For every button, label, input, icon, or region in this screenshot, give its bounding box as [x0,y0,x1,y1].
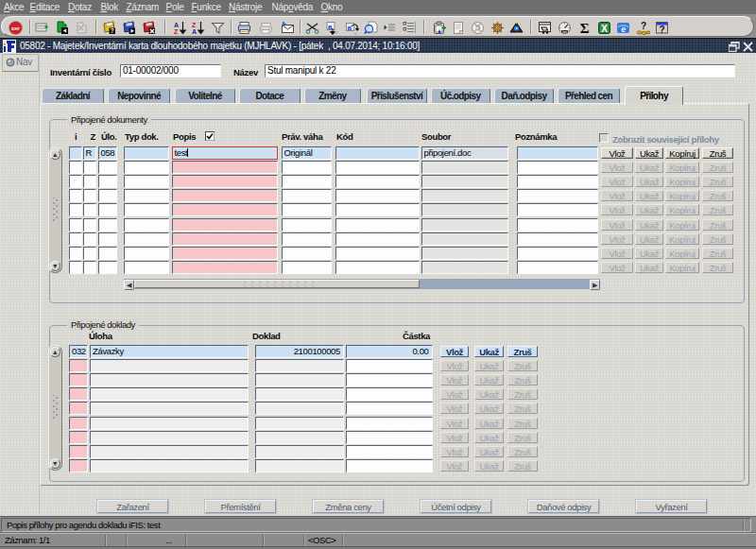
svg-text:?: ? [110,27,113,34]
svg-text:e: e [621,23,626,34]
svg-text:Z: Z [192,22,197,28]
svg-text:EXIT: EXIT [11,26,20,31]
svg-text:A: A [174,22,179,28]
svg-text:X: X [601,24,608,34]
svg-text:Z: Z [174,28,179,35]
svg-text:A: A [192,28,197,35]
svg-text:a: a [335,29,338,35]
svg-text:?: ? [641,21,646,31]
svg-text:Σ: Σ [580,21,590,35]
svg-text:?: ? [659,25,664,35]
